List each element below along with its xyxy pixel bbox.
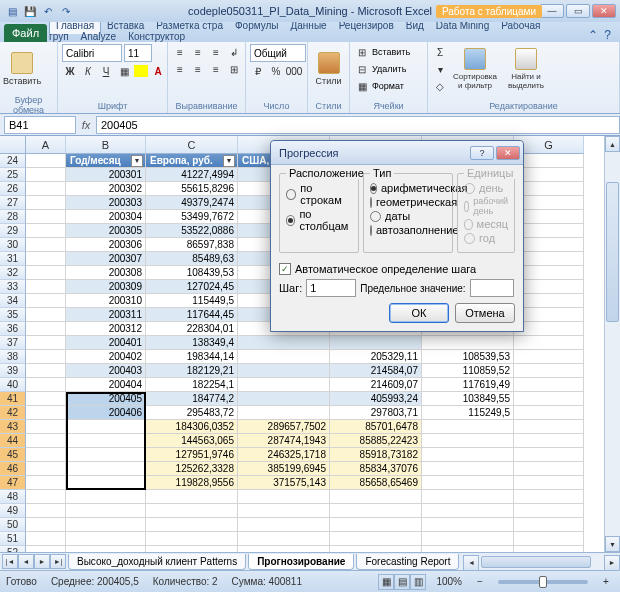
cell[interactable]: 214609,07 [330, 378, 422, 392]
sheet-nav-last[interactable]: ►| [50, 554, 66, 569]
sort-filter-button[interactable]: Сортировка и фильтр [451, 44, 499, 94]
undo-icon[interactable]: ↶ [40, 3, 56, 19]
font-color-button[interactable]: A [150, 63, 166, 79]
scroll-track[interactable] [605, 152, 620, 536]
cell[interactable]: 385199,6945 [238, 462, 330, 476]
row-header-45[interactable]: 45 [0, 448, 26, 462]
row-header-44[interactable]: 44 [0, 434, 26, 448]
cell[interactable] [422, 476, 514, 490]
minimize-button[interactable]: — [540, 4, 564, 18]
cell[interactable]: 110859,52 [422, 364, 514, 378]
cell[interactable]: 41227,4994 [146, 168, 238, 182]
cell[interactable] [238, 336, 330, 350]
cell[interactable] [422, 448, 514, 462]
align-right-button[interactable]: ≡ [208, 61, 224, 77]
page-layout-icon[interactable]: ▤ [394, 574, 410, 590]
cell[interactable] [330, 546, 422, 552]
cell[interactable] [514, 476, 584, 490]
cell[interactable] [514, 448, 584, 462]
maximize-button[interactable]: ▭ [566, 4, 590, 18]
cell[interactable]: 295483,72 [146, 406, 238, 420]
cell[interactable]: 214584,07 [330, 364, 422, 378]
cell[interactable] [514, 406, 584, 420]
cell[interactable] [238, 490, 330, 504]
cell[interactable]: 182129,21 [146, 364, 238, 378]
cell[interactable] [26, 546, 66, 552]
scroll-down-button[interactable]: ▼ [605, 536, 620, 552]
cell[interactable] [26, 476, 66, 490]
cell[interactable] [422, 546, 514, 552]
row-header-51[interactable]: 51 [0, 532, 26, 546]
align-bottom-button[interactable]: ≡ [208, 44, 224, 60]
bold-button[interactable]: Ж [62, 63, 78, 79]
row-header-52[interactable]: 52 [0, 546, 26, 552]
cell[interactable]: 297803,71 [330, 406, 422, 420]
cell[interactable]: 200310 [66, 294, 146, 308]
zoom-thumb[interactable] [539, 576, 547, 588]
cell[interactable]: 127024,45 [146, 280, 238, 294]
cell[interactable]: 117619,49 [422, 378, 514, 392]
cell[interactable] [66, 532, 146, 546]
merge-button[interactable]: ⊞ [226, 61, 242, 77]
row-header-36[interactable]: 36 [0, 322, 26, 336]
cell[interactable] [514, 280, 584, 294]
cell[interactable]: 246325,1718 [238, 448, 330, 462]
cell[interactable] [330, 532, 422, 546]
zoom-slider[interactable] [498, 580, 588, 584]
cell[interactable]: 182254,1 [146, 378, 238, 392]
cell[interactable] [26, 434, 66, 448]
cell[interactable] [238, 546, 330, 552]
cell[interactable]: 184306,0352 [146, 420, 238, 434]
close-button[interactable]: ✕ [592, 4, 616, 18]
cell[interactable] [238, 392, 330, 406]
arithmetic-radio[interactable]: арифметическая [370, 182, 446, 194]
clear-button[interactable]: ◇ [432, 78, 448, 94]
cell[interactable] [514, 294, 584, 308]
ok-button[interactable]: ОК [389, 303, 449, 323]
cell[interactable]: 228304,01 [146, 322, 238, 336]
cell[interactable] [422, 518, 514, 532]
cell[interactable]: 200405 [66, 392, 146, 406]
step-input[interactable] [306, 279, 356, 297]
cell[interactable]: 198344,14 [146, 350, 238, 364]
cell[interactable]: 125262,3328 [146, 462, 238, 476]
cell[interactable] [26, 392, 66, 406]
wrap-text-button[interactable]: ↲ [226, 44, 242, 60]
cell[interactable] [422, 490, 514, 504]
cell[interactable]: 103849,55 [422, 392, 514, 406]
row-header-32[interactable]: 32 [0, 266, 26, 280]
row-headers[interactable]: 2425262728293031323334353637383940414243… [0, 154, 26, 552]
dialog-titlebar[interactable]: Прогрессия ? ✕ [271, 141, 523, 165]
cell[interactable] [514, 252, 584, 266]
cell[interactable]: 200312 [66, 322, 146, 336]
save-icon[interactable]: 💾 [22, 3, 38, 19]
cell[interactable] [146, 532, 238, 546]
comma-button[interactable]: 000 [286, 63, 302, 79]
cell[interactable]: 200404 [66, 378, 146, 392]
row-header-25[interactable]: 25 [0, 168, 26, 182]
row-header-37[interactable]: 37 [0, 336, 26, 350]
cell[interactable]: 119828,9556 [146, 476, 238, 490]
cell[interactable]: 200311 [66, 308, 146, 322]
cell[interactable]: 85885,22423 [330, 434, 422, 448]
cell[interactable] [514, 154, 584, 168]
cell[interactable]: 55615,8296 [146, 182, 238, 196]
normal-view-icon[interactable]: ▦ [378, 574, 394, 590]
cell[interactable] [146, 518, 238, 532]
cell[interactable] [26, 336, 66, 350]
cell[interactable] [330, 490, 422, 504]
cell[interactable] [514, 392, 584, 406]
find-select-button[interactable]: Найти и выделить [502, 44, 550, 94]
limit-input[interactable] [470, 279, 514, 297]
fx-icon[interactable]: fx [76, 119, 96, 131]
cell[interactable] [26, 266, 66, 280]
cell[interactable]: 200307 [66, 252, 146, 266]
cell[interactable]: 115449,5 [146, 294, 238, 308]
cell[interactable] [514, 168, 584, 182]
geometric-radio[interactable]: геометрическая [370, 196, 446, 208]
cell[interactable]: 108439,53 [146, 266, 238, 280]
row-header-40[interactable]: 40 [0, 378, 26, 392]
cell[interactable] [422, 336, 514, 350]
fill-color-button[interactable] [134, 65, 148, 77]
help-icon[interactable]: ? [604, 28, 616, 42]
